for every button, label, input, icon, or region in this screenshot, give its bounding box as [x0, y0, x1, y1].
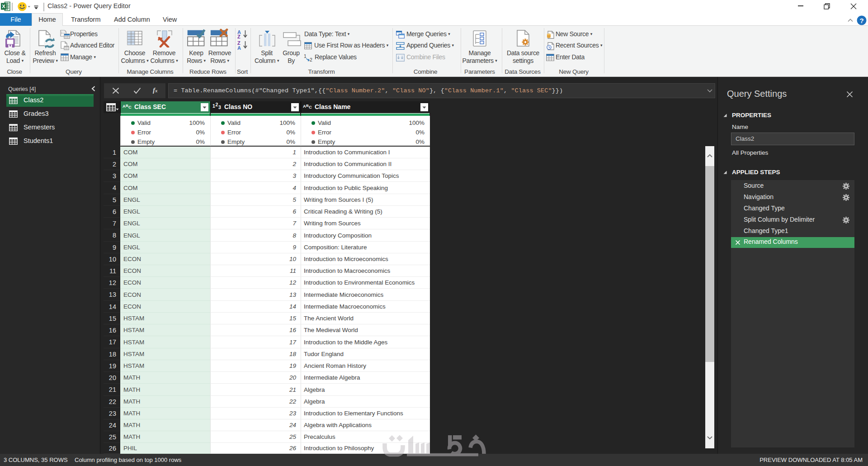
- svg-text:A: A: [123, 104, 126, 109]
- svg-text:1: 1: [212, 103, 215, 109]
- svg-text:X: X: [2, 4, 5, 9]
- svg-text:C: C: [128, 105, 132, 109]
- svg-text:Z: Z: [237, 34, 241, 39]
- svg-text:2: 2: [310, 57, 312, 62]
- svg-text:3: 3: [218, 105, 221, 110]
- svg-text:?: ?: [859, 17, 863, 24]
- svg-text:C: C: [309, 105, 312, 109]
- svg-text:A: A: [303, 104, 306, 109]
- svg-text:2: 2: [216, 103, 218, 107]
- svg-text:1: 1: [304, 54, 307, 59]
